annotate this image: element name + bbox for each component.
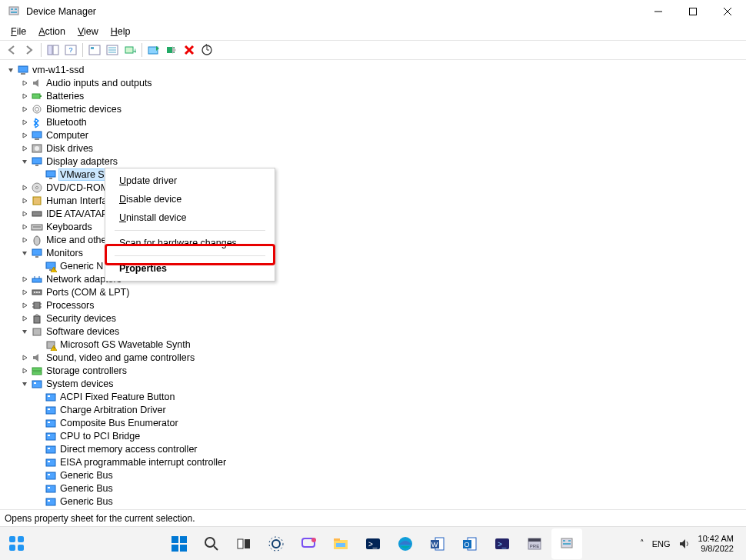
tray-language[interactable]: ENG [652, 539, 671, 548]
expand-icon[interactable] [20, 144, 29, 153]
start-button[interactable] [164, 528, 195, 559]
tree-root[interactable]: vm-w11-ssd [3, 63, 746, 76]
tree-device[interactable]: Composite Bus Enumerator [3, 416, 746, 429]
expand-icon[interactable] [20, 235, 29, 245]
system-tray[interactable]: ˄ ENG 10:42 AM 9/8/2022 [640, 534, 746, 554]
computer-icon [17, 64, 29, 76]
minimize-button[interactable] [641, 1, 675, 22]
menu-file[interactable]: File [5, 25, 32, 38]
expand-icon[interactable] [20, 353, 29, 362]
expand-icon[interactable] [20, 105, 29, 114]
expand-icon[interactable] [20, 92, 29, 101]
tree-category[interactable]: Audio inputs and outputs [3, 76, 746, 89]
edge-icon[interactable] [390, 528, 421, 559]
update-toolbar-button[interactable] [145, 42, 162, 58]
expand-icon[interactable] [20, 183, 29, 192]
preview-icon[interactable]: PRE [519, 528, 550, 559]
terminal-icon[interactable]: >_ [358, 528, 388, 559]
tree-category[interactable]: Storage controllers [3, 364, 746, 377]
expand-icon[interactable] [20, 222, 29, 232]
scan-toolbar-button[interactable] [198, 42, 215, 58]
expand-icon[interactable] [20, 301, 29, 310]
device-tree[interactable]: vm-w11-ssdAudio inputs and outputsBatter… [0, 60, 746, 509]
tree-category[interactable]: Bluetooth [3, 115, 746, 128]
tree-category[interactable]: Security devices [3, 312, 746, 325]
tree-device[interactable]: Direct memory access controller [3, 442, 746, 455]
tree-category[interactable]: Software devices [3, 325, 746, 338]
tree-category[interactable]: Ports (COM & LPT) [3, 285, 746, 298]
tree-category[interactable]: Sound, video and game controllers [3, 351, 746, 364]
taskbar-clock[interactable]: 10:42 AM 9/8/2022 [698, 534, 734, 554]
display-icon [45, 168, 57, 181]
tree-device[interactable]: !Microsoft GS Wavetable Synth [3, 338, 746, 351]
tree-category[interactable]: Disk drives [3, 142, 746, 155]
tree-device[interactable]: Charge Arbitration Driver [3, 403, 746, 416]
search-button[interactable] [196, 528, 227, 559]
tree-category[interactable]: Processors [3, 298, 746, 312]
tree-device[interactable]: Generic Bus [3, 495, 746, 508]
addhw-button[interactable]: + [122, 42, 138, 58]
app-icon-active[interactable] [551, 528, 582, 559]
expand-icon[interactable] [20, 288, 29, 297]
explorer-icon[interactable] [325, 528, 356, 559]
expand-icon[interactable] [20, 366, 29, 375]
expand-icon[interactable] [20, 209, 29, 218]
console-tree-button[interactable] [45, 42, 62, 58]
enable-toolbar-button[interactable] [163, 42, 180, 58]
close-button[interactable] [710, 1, 744, 22]
expand-icon[interactable] [20, 275, 29, 284]
settings-icon[interactable] [261, 528, 291, 559]
context-menu-properties[interactable]: Properties [105, 259, 275, 278]
collapse-icon[interactable] [6, 65, 15, 75]
properties-toolbar-button[interactable] [86, 42, 103, 58]
menu-help[interactable]: Help [105, 25, 137, 38]
powershell-icon[interactable]: >_ [487, 528, 518, 559]
tree-device[interactable]: ACPI Fixed Feature Button [3, 390, 746, 403]
sys-icon [45, 495, 57, 508]
expand-icon[interactable] [20, 131, 29, 140]
expand-icon[interactable] [20, 314, 29, 323]
collapse-icon[interactable] [20, 379, 29, 388]
context-menu-uninstall-device[interactable]: Uninstall device [105, 208, 275, 227]
tree-category[interactable]: Display adapters [3, 155, 746, 168]
tray-chevron-icon[interactable]: ˄ [640, 538, 644, 548]
devices-button[interactable] [104, 42, 121, 58]
maximize-button[interactable] [675, 1, 710, 22]
context-menu: Update driverDisable deviceUninstall dev… [105, 168, 275, 282]
tree-device[interactable]: Generic Bus [3, 482, 746, 495]
widgets-button[interactable] [0, 528, 34, 559]
word-icon[interactable]: W [422, 528, 453, 559]
svg-rect-90 [18, 536, 24, 542]
svg-rect-36 [35, 165, 38, 166]
context-menu-disable-device[interactable]: Disable device [105, 190, 275, 208]
context-menu-scan-for-hardware-changes[interactable]: Scan for hardware changes [105, 234, 275, 252]
help-toolbar-button[interactable]: ? [62, 42, 79, 58]
sys-icon [45, 391, 57, 403]
expand-icon[interactable] [20, 78, 29, 88]
back-button[interactable] [3, 42, 20, 58]
tree-device[interactable]: CPU to PCI Bridge [3, 429, 746, 442]
expand-icon[interactable] [20, 118, 29, 127]
context-menu-update-driver[interactable]: Update driver [105, 172, 275, 190]
speaker-icon[interactable] [678, 538, 691, 550]
outlook-icon[interactable]: O [455, 528, 485, 559]
svg-rect-81 [46, 459, 55, 466]
uninstall-button[interactable] [181, 42, 198, 58]
tree-category[interactable]: Biometric devices [3, 102, 746, 115]
taskbar: >_ W O >_ PRE ˄ ENG 10:42 AM 9/8/2022 [0, 526, 746, 560]
collapse-icon[interactable] [20, 327, 29, 336]
menu-view[interactable]: View [72, 25, 105, 38]
task-view-button[interactable] [228, 528, 259, 559]
expand-icon[interactable] [20, 196, 29, 205]
collapse-icon[interactable] [20, 157, 29, 166]
tree-category[interactable]: Batteries [3, 89, 746, 102]
collapse-icon[interactable] [20, 248, 29, 258]
svg-rect-86 [48, 487, 50, 488]
tree-device[interactable]: EISA programmable interrupt controller [3, 455, 746, 468]
menu-action[interactable]: Action [32, 25, 72, 38]
chat-icon[interactable] [293, 528, 324, 559]
tree-category[interactable]: Computer [3, 128, 746, 142]
tree-device[interactable]: Generic Bus [3, 468, 746, 482]
tree-category[interactable]: System devices [3, 377, 746, 390]
forward-button[interactable] [21, 42, 38, 58]
